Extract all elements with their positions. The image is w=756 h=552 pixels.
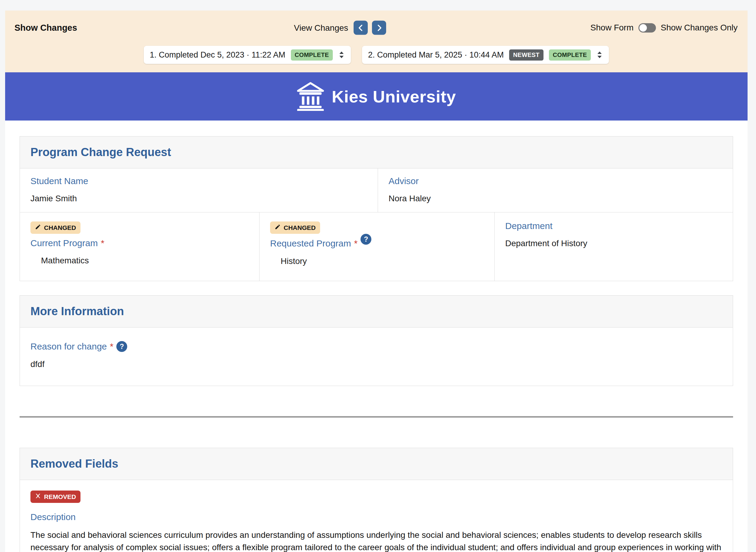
removed-fields-header: Removed Fields (20, 448, 733, 480)
changed-badge-label: CHANGED (284, 224, 316, 232)
requested-program-field: CHANGED Requested Program * ? History (260, 213, 495, 281)
student-name-label: Student Name (30, 176, 367, 186)
requested-program-value: History (270, 256, 484, 266)
show-changes-only-toggle[interactable] (638, 23, 656, 32)
description-value: The social and behavioral sciences curri… (30, 529, 722, 552)
university-header: Kies University (5, 72, 748, 121)
removed-fields-body: REMOVED Description The social and behav… (20, 480, 733, 552)
required-asterisk: * (354, 238, 358, 249)
current-program-label: Current Program * (30, 238, 249, 248)
version-2-status-badge: COMPLETE (549, 49, 591, 60)
more-information-header: More Information (20, 296, 733, 327)
description-label: Description (30, 512, 722, 522)
department-field: Department Department of History (495, 213, 733, 281)
sort-arrows-icon (596, 50, 603, 59)
view-changes-label: View Changes (294, 23, 348, 32)
version-compare-banner: Show Changes View Changes (5, 11, 748, 72)
toggle-knob (639, 24, 647, 32)
changed-badge: CHANGED (270, 222, 320, 234)
pencil-icon (35, 224, 41, 232)
changed-badge-label: CHANGED (44, 224, 76, 232)
version-1-label: 1. Completed Dec 5, 2023 · 11:22 AM (150, 50, 285, 60)
required-asterisk: * (101, 238, 104, 248)
section-divider (20, 416, 733, 418)
version-2-label: 2. Completed Mar 5, 2025 · 10:44 AM (368, 50, 504, 60)
reason-for-change-label: Reason for change * ? (30, 341, 722, 352)
program-change-request-header: Program Change Request (20, 136, 733, 168)
chevron-left-icon (357, 24, 365, 32)
pencil-icon (275, 224, 281, 232)
content-container: Show Changes View Changes (5, 0, 748, 552)
display-mode-toggle-group: Show Form Show Changes Only (591, 23, 738, 32)
section-title: More Information (30, 305, 722, 318)
advisor-label: Advisor (389, 176, 722, 186)
university-building-icon (296, 82, 324, 111)
help-icon[interactable]: ? (116, 341, 127, 352)
student-name-field: Student Name Jamie Smith (20, 168, 378, 212)
university-name: Kies University (332, 87, 456, 106)
version-selectors-row: 1. Completed Dec 5, 2023 · 11:22 AM COMP… (5, 46, 748, 64)
version-2-newest-badge: NEWEST (509, 49, 543, 60)
required-asterisk: * (110, 341, 114, 352)
more-information-card: More Information Reason for change * ? d… (20, 295, 733, 386)
reason-for-change-value: dfdf (30, 360, 722, 369)
current-program-field: CHANGED Current Program * Mathematics (20, 213, 260, 281)
view-changes-group: View Changes (294, 21, 386, 35)
version-select-2[interactable]: 2. Completed Mar 5, 2025 · 10:44 AM NEWE… (362, 46, 609, 64)
advisor-field: Advisor Nora Haley (378, 168, 733, 212)
requested-program-label: Requested Program * ? (270, 238, 484, 249)
fields-row-1: Student Name Jamie Smith Advisor Nora Ha… (20, 168, 733, 212)
section-title: Program Change Request (30, 146, 722, 159)
banner-controls-row: Show Changes View Changes (5, 20, 748, 36)
program-change-request-card: Program Change Request Student Name Jami… (20, 136, 733, 281)
changed-badge: CHANGED (30, 222, 81, 234)
removed-badge-label: REMOVED (44, 493, 76, 501)
show-form-label: Show Form (591, 23, 634, 32)
removed-badge: REMOVED (30, 491, 81, 503)
sort-arrows-icon (338, 50, 345, 59)
previous-change-button[interactable] (354, 21, 368, 35)
department-label: Department (505, 221, 722, 231)
student-name-value: Jamie Smith (30, 194, 367, 203)
page: Show Changes View Changes (0, 0, 756, 552)
show-changes-only-label: Show Changes Only (661, 23, 738, 32)
x-icon (35, 493, 41, 501)
next-change-button[interactable] (372, 21, 386, 35)
version-1-status-badge: COMPLETE (291, 49, 333, 60)
fields-row-2: CHANGED Current Program * Mathematics (20, 212, 733, 281)
advisor-value: Nora Haley (389, 194, 722, 203)
form-content: Program Change Request Student Name Jami… (5, 121, 748, 552)
chevron-right-icon (375, 24, 383, 32)
current-program-value: Mathematics (30, 256, 249, 265)
department-value: Department of History (505, 239, 722, 248)
section-title: Removed Fields (30, 457, 722, 470)
version-select-1[interactable]: 1. Completed Dec 5, 2023 · 11:22 AM COMP… (144, 46, 351, 64)
removed-fields-card: Removed Fields REMOVED Description The s… (20, 448, 733, 552)
more-information-body: Reason for change * ? dfdf (20, 327, 733, 386)
help-icon[interactable]: ? (361, 234, 371, 245)
show-changes-title: Show Changes (14, 23, 77, 33)
